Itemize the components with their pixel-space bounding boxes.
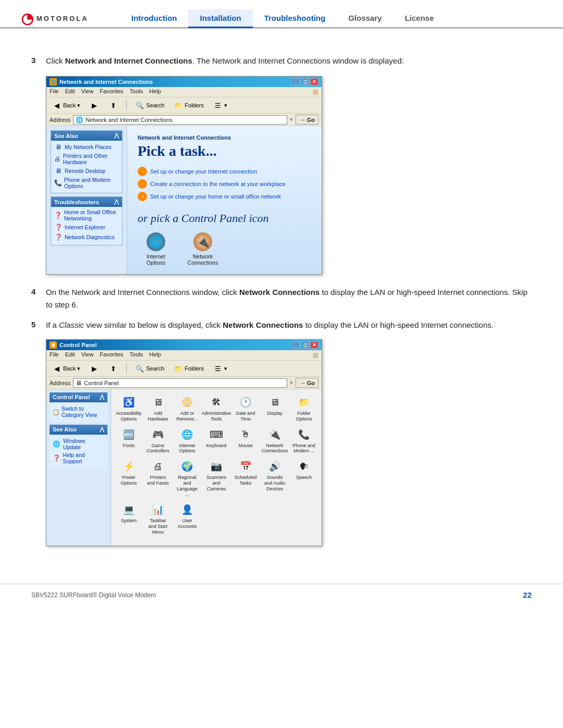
cp-internetoptions-item[interactable]: 🌐 Internet Options — [174, 426, 201, 456]
main-content: 3 Click Network and Internet Connections… — [0, 40, 563, 568]
task-link-2[interactable]: → Create a connection to the network at … — [138, 179, 311, 189]
display-icon: 🖥 — [267, 395, 282, 410]
menu-view[interactable]: View — [81, 88, 94, 96]
troubleshooters-collapse-icon[interactable]: ⋀ — [114, 199, 119, 205]
sidebar-link-netdiag[interactable]: ❓ Network Diagnostics — [54, 233, 119, 241]
sidebar-link-remote[interactable]: 🖥 Remote Desktop — [54, 167, 119, 175]
cp-admintools-item[interactable]: 🛠 Administrative Tools — [203, 393, 230, 424]
cp-sounds-item[interactable]: 🔊 Sounds and Audio Devices — [261, 458, 288, 499]
cp-go-button[interactable]: → Go — [296, 378, 319, 388]
cp-switch-view-link[interactable]: 📋 Switch to Category View — [53, 405, 104, 418]
menu-edit[interactable]: Edit — [65, 88, 75, 96]
close-button[interactable]: ✕ — [310, 78, 319, 85]
cp-menu-tools[interactable]: Tools — [130, 351, 143, 359]
cp-search-button[interactable]: 🔍 Search — [132, 362, 167, 375]
task-arrow-1: → — [138, 167, 147, 176]
cp-address-input[interactable]: 🖥 Control Panel — [73, 378, 287, 388]
cp-regional-item[interactable]: 🌍 Regional and Language ... — [174, 458, 201, 499]
screenshot-control-panel: 🖥 Control Panel _ ◻ ✕ File Edit View Fav… — [46, 339, 532, 546]
forward-button[interactable]: ▶ — [87, 99, 102, 112]
cp-taskbar-item[interactable]: 📊 Taskbar and Start Menu — [144, 501, 172, 536]
networkconnections-icon: 🔌 — [267, 427, 282, 442]
address-text: Network and Internet Connections — [85, 117, 172, 123]
cp-accessibility-item[interactable]: ♿ Accessibility Options — [115, 393, 142, 424]
cp-gamecontrollers-item[interactable]: 🎮 Game Controllers — [144, 426, 172, 456]
cp-search-icon: 🔍 — [135, 364, 144, 373]
task-link-1[interactable]: → Set up or change your Internet connect… — [138, 167, 311, 176]
cp-folders-icon: 📁 — [174, 364, 183, 373]
cp-keyboard-item[interactable]: ⌨ Keyboard — [203, 426, 230, 456]
cp-scanners-item[interactable]: 📷 Scanners and Cameras — [203, 458, 230, 499]
tab-introduction[interactable]: Introduction — [120, 9, 188, 28]
cp-mouse-item[interactable]: 🖱 Mouse — [232, 426, 259, 456]
internet-options-icon-item[interactable]: 🌐 Internet Options — [138, 232, 174, 266]
cp-up-button[interactable]: ⬆ — [106, 362, 120, 375]
cp-folderoptions-item[interactable]: 📁 Folder Options — [290, 393, 317, 424]
win-sidebar-1: See Also ⋀ 🖥 My Network Places 🖨 Printer… — [46, 126, 127, 274]
cp-seealso-collapse[interactable]: ⋀ — [100, 426, 104, 433]
cp-go-label: Go — [307, 380, 315, 386]
tab-license[interactable]: License — [393, 9, 445, 28]
see-also-content: 🖥 My Network Places 🖨 Printers and Other… — [51, 141, 122, 193]
views-button[interactable]: ☰ ▾ — [211, 99, 230, 112]
windows-update-icon: 🌐 — [53, 440, 61, 448]
up-button[interactable]: ⬆ — [106, 99, 120, 112]
cp-networkconnections-item[interactable]: 🔌 Network Connections — [261, 426, 288, 456]
cp-addhardware-item[interactable]: 🖥 Add Hardware — [144, 393, 172, 424]
cp-menu-file[interactable]: File — [50, 351, 59, 359]
cp-forward-button[interactable]: ▶ — [87, 362, 102, 375]
menu-tools[interactable]: Tools — [130, 88, 143, 96]
win-title-area: 🌐 Network and Internet Connections — [50, 78, 153, 85]
sidebar-link-ie[interactable]: ❓ Internet Explorer — [54, 223, 119, 231]
cp-fonts-item[interactable]: 🔤 Fonts — [115, 426, 142, 456]
cp-back-button[interactable]: ◀ Back ▾ — [50, 362, 83, 375]
menu-file[interactable]: File — [50, 88, 59, 96]
restore-button[interactable]: ◻ — [301, 78, 309, 85]
sidebar-link-homenetwork[interactable]: ❓ Home or Small Office Networking — [54, 209, 119, 221]
task-arrow-2: → — [138, 179, 147, 189]
cp-panel-collapse[interactable]: ⋀ — [100, 394, 104, 401]
tab-troubleshooting[interactable]: Troubleshooting — [253, 9, 337, 28]
cp-menu-view[interactable]: View — [81, 351, 94, 359]
tab-glossary[interactable]: Glossary — [337, 9, 393, 28]
back-button[interactable]: ◀ Back ▾ — [50, 99, 83, 112]
cp-phonemodem-item[interactable]: 📞 Phone and Modem ... — [290, 426, 317, 456]
menu-help[interactable]: Help — [149, 88, 161, 96]
cp-windows-update-link[interactable]: 🌐 Windows Update — [53, 438, 104, 450]
cp-scheduled-item[interactable]: 📅 Scheduled Tasks — [232, 458, 259, 499]
sidebar-link-mynetwork[interactable]: 🖥 My Network Places — [54, 143, 119, 151]
sidebar-link-printers[interactable]: 🖨 Printers and Other Hardware — [54, 153, 119, 165]
cp-system-item[interactable]: 💻 System — [115, 501, 142, 536]
go-button[interactable]: → Go — [296, 115, 319, 125]
folders-icon: 📁 — [174, 101, 183, 110]
cp-folders-button[interactable]: 📁 Folders — [171, 362, 206, 375]
cp-views-button[interactable]: ☰ ▾ — [211, 362, 230, 375]
cp-minimize-button[interactable]: _ — [291, 341, 300, 349]
cp-addremove-item[interactable]: 📀 Add or Remove... — [174, 393, 201, 424]
cp-close-button[interactable]: ✕ — [310, 341, 319, 349]
cp-switch-icon: 📋 — [53, 409, 59, 415]
cp-menu-help[interactable]: Help — [149, 351, 161, 359]
tab-installation[interactable]: Installation — [188, 9, 252, 28]
task-link-3[interactable]: → Set up or change your home or small of… — [138, 192, 311, 201]
network-connections-icon-item[interactable]: 🔌 Network Connections — [185, 232, 221, 266]
menu-favorites[interactable]: Favorites — [100, 88, 123, 96]
win-toolbar-1: ◀ Back ▾ ▶ ⬆ 🔍 Search 📁 Folders — [46, 97, 322, 114]
cp-useraccounts-item[interactable]: 👤 User Accounts — [174, 501, 201, 536]
sidebar-link-phone[interactable]: 📞 Phone and Modem Options — [54, 177, 119, 189]
folders-button[interactable]: 📁 Folders — [171, 99, 206, 112]
search-button[interactable]: 🔍 Search — [132, 99, 167, 112]
cp-restore-button[interactable]: ◻ — [301, 341, 309, 349]
cp-display-item[interactable]: 🖥 Display — [261, 393, 288, 424]
cp-printers-item[interactable]: 🖨 Printers and Faxes — [144, 458, 172, 499]
see-also-collapse-icon[interactable]: ⋀ — [114, 132, 119, 139]
minimize-button[interactable]: _ — [291, 78, 300, 85]
cp-menu-edit[interactable]: Edit — [65, 351, 75, 359]
cp-menu-favorites[interactable]: Favorites — [100, 351, 123, 359]
address-input[interactable]: 🌐 Network and Internet Connections — [73, 115, 287, 125]
cp-datetime-item[interactable]: 🕐 Date and Time — [232, 393, 259, 424]
cp-speech-item[interactable]: 🗣 Speech — [290, 458, 317, 499]
cp-poweroptions-item[interactable]: ⚡ Power Options — [115, 458, 142, 499]
cp-help-link[interactable]: ❓ Help and Support — [53, 452, 104, 464]
cp-panel-header: Control Panel ⋀ — [50, 392, 107, 402]
